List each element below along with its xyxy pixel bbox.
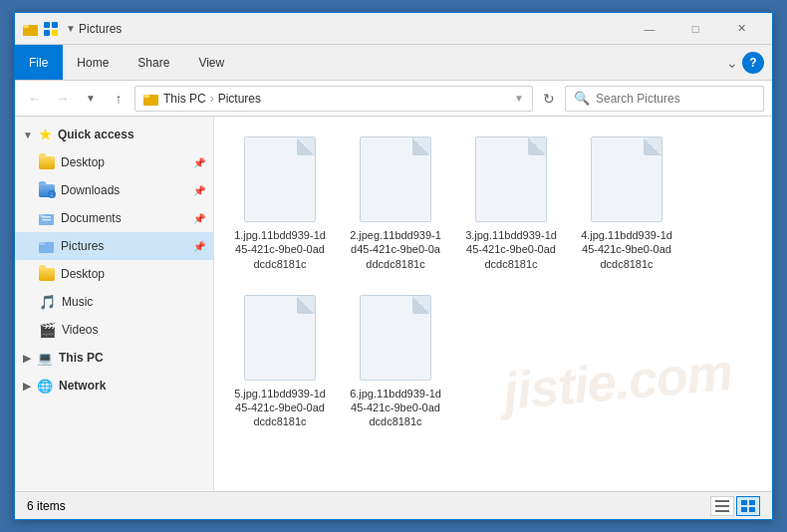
close-button[interactable]: ✕ [718,13,764,45]
sidebar-item-videos-label: Videos [62,323,98,337]
maximize-button[interactable]: □ [672,13,718,45]
ribbon: File Home Share View ⌄ ? [15,45,772,81]
star-icon: ★ [39,127,52,142]
svg-rect-15 [715,505,729,507]
search-icon: 🔍 [574,91,590,106]
sidebar-item-pictures[interactable]: Pictures 📌 [15,232,213,260]
file-item-file3[interactable]: 3.jpg.11bdd939-1d45-421c-9be0-0addcdc818… [461,133,561,275]
svg-rect-17 [741,500,747,505]
thispc-expand-icon: ▶ [23,353,31,364]
svg-rect-19 [741,507,747,512]
path-pictures[interactable]: Pictures [218,92,261,106]
window-controls: — □ ✕ [627,13,764,45]
sidebar-section-quick-access[interactable]: ▼ ★ Quick access [15,121,213,148]
sidebar-item-desktop[interactable]: Desktop 📌 [15,148,213,176]
minimize-button[interactable]: — [627,13,672,45]
sidebar-item-music-label: Music [62,295,93,309]
sidebar-item-desktop2[interactable]: Desktop [15,260,213,288]
videos-icon: 🎬 [39,322,56,338]
sidebar-item-desktop-label: Desktop [61,155,105,169]
sidebar-item-documents-label: Documents [61,211,122,225]
files-grid: 1.jpg.11bdd939-1d45-421c-9be0-0addcdc818… [226,129,760,437]
network-icon: 🌐 [37,379,53,394]
sidebar-item-music[interactable]: 🎵 Music [15,288,213,316]
window-title: Pictures [79,22,627,36]
svg-rect-1 [23,25,29,28]
sidebar-item-desktop2-label: Desktop [61,267,105,281]
file-icon-file5 [244,295,316,381]
file-item-file6[interactable]: 6.jpg.11bdd939-1d45-421c-9be0-0addcdc818… [346,291,445,433]
folder-yellow-icon [39,156,55,169]
svg-rect-20 [749,507,755,512]
sidebar-item-downloads-label: Downloads [61,183,120,197]
sidebar-section-network[interactable]: ▶ 🌐 Network [15,372,213,399]
forward-button[interactable]: → [51,87,75,111]
pin-icon-downloads: 📌 [193,185,205,196]
sidebar-item-downloads[interactable]: ↓ Downloads 📌 [15,176,213,204]
ribbon-spacer [239,45,726,80]
quick-access-icon [43,21,59,37]
svg-rect-11 [42,219,51,221]
title-folder-icon [23,21,39,37]
file-icon-file3 [475,136,547,222]
sidebar-item-pictures-label: Pictures [61,239,104,253]
file-item-file5[interactable]: 5.jpg.11bdd939-1d45-421c-9be0-0addcdc818… [230,291,330,433]
folder-yellow-icon2 [39,268,55,281]
file-item-file4[interactable]: 4.jpg.11bdd939-1d45-421c-9be0-0addcdc818… [577,133,676,275]
file-name-file1: 1.jpg.11bdd939-1d45-421c-9be0-0addcdc818… [234,228,326,271]
file-name-file5: 5.jpg.11bdd939-1d45-421c-9be0-0addcdc818… [234,387,326,429]
title-bar: ▼ Pictures — □ ✕ [15,13,772,45]
pin-icon-documents: 📌 [193,213,205,224]
main-content: ▼ ★ Quick access Desktop 📌 ↓ Downlo [15,117,772,491]
this-pc-label: This PC [59,351,104,365]
network-expand-icon: ▶ [23,381,31,392]
back-button[interactable]: ← [23,87,47,111]
file-item-file2[interactable]: 2.jpeg.11bdd939-1d45-421c-9be0-0addcdc81… [346,133,445,275]
sidebar-item-videos[interactable]: 🎬 Videos [15,316,213,344]
pin-icon-desktop: 📌 [193,157,205,168]
file-icon-file6 [360,295,431,381]
refresh-button[interactable]: ↻ [537,87,561,111]
search-input[interactable] [596,92,755,106]
recent-locations-button[interactable]: ▼ [79,87,103,111]
address-path[interactable]: This PC › Pictures ▼ [134,86,533,112]
svg-rect-18 [749,500,755,505]
sidebar-item-documents[interactable]: Documents 📌 [15,204,213,232]
view-grid-button[interactable] [736,496,760,516]
quick-access-expand-icon: ▼ [23,130,33,140]
help-button[interactable]: ? [742,52,764,74]
title-dropdown-icon[interactable]: ▼ [63,21,79,37]
search-box[interactable]: 🔍 [565,86,764,112]
tab-view[interactable]: View [184,45,239,80]
address-bar: ← → ▼ ↑ This PC › Pictures ▼ ↻ 🔍 [15,81,772,117]
pin-icon-pictures: 📌 [193,241,205,252]
title-bar-left: ▼ [23,21,79,37]
ribbon-right: ⌄ ? [726,45,772,80]
view-list-button[interactable] [710,496,734,516]
explorer-window: ▼ Pictures — □ ✕ File Home Share View ⌄ … [14,12,773,520]
network-label: Network [59,379,106,393]
address-dropdown-icon[interactable]: ▼ [514,93,524,104]
file-icon-file2 [360,136,431,222]
tab-share[interactable]: Share [124,45,184,80]
folder-pictures-icon [39,238,55,254]
sidebar-section-thispc[interactable]: ▶ 💻 This PC [15,344,213,372]
svg-rect-2 [44,22,50,28]
tab-file[interactable]: File [15,45,63,80]
thispc-icon: 💻 [37,351,53,366]
file-item-file1[interactable]: 1.jpg.11bdd939-1d45-421c-9be0-0addcdc818… [230,133,330,275]
ribbon-chevron-icon[interactable]: ⌄ [726,55,738,71]
svg-rect-5 [52,30,58,36]
tab-home[interactable]: Home [63,45,124,80]
path-thispc[interactable]: This PC [163,92,206,106]
svg-rect-7 [143,95,149,98]
file-name-file3: 3.jpg.11bdd939-1d45-421c-9be0-0addcdc818… [465,228,557,271]
sidebar: ▼ ★ Quick access Desktop 📌 ↓ Downlo [15,117,214,491]
svg-rect-13 [39,242,45,245]
status-bar: 6 items [15,491,772,519]
file-name-file4: 4.jpg.11bdd939-1d45-421c-9be0-0addcdc818… [581,228,672,271]
view-buttons [710,496,760,516]
svg-rect-3 [52,22,58,28]
up-button[interactable]: ↑ [107,87,131,111]
svg-rect-4 [44,30,50,36]
